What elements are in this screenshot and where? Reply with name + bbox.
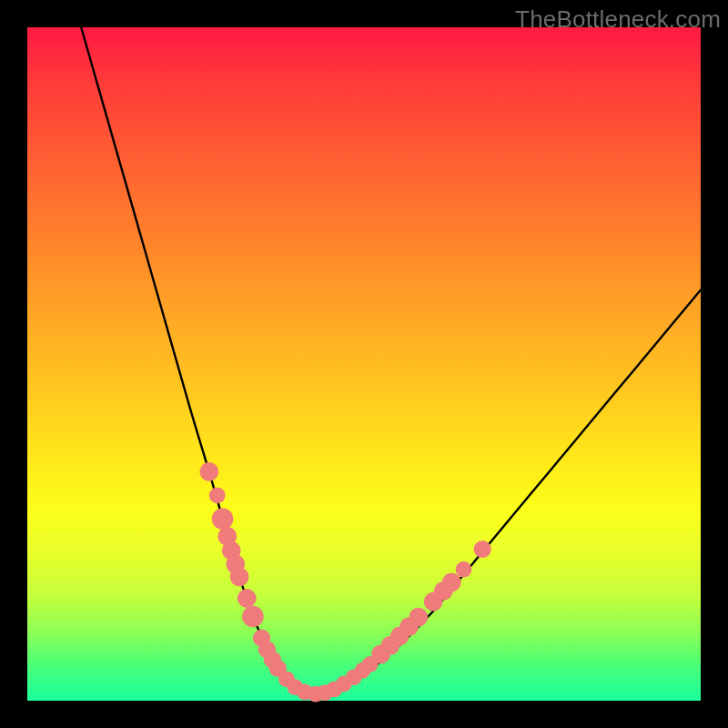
marker-dot (199, 462, 218, 481)
marker-dot (209, 487, 226, 503)
marker-dot (442, 572, 461, 592)
marker-dots (199, 462, 490, 702)
marker-dot (410, 608, 429, 627)
marker-dot (238, 589, 257, 608)
marker-dot (474, 541, 491, 558)
bottleneck-curve-svg (27, 27, 701, 701)
plot-area (27, 27, 701, 701)
bottleneck-curve-path (81, 27, 701, 694)
marker-dot (456, 561, 472, 578)
marker-dot (212, 508, 234, 530)
chart-frame: TheBottleneck.com (0, 0, 728, 728)
marker-dot (242, 606, 264, 628)
marker-dot (230, 567, 249, 586)
